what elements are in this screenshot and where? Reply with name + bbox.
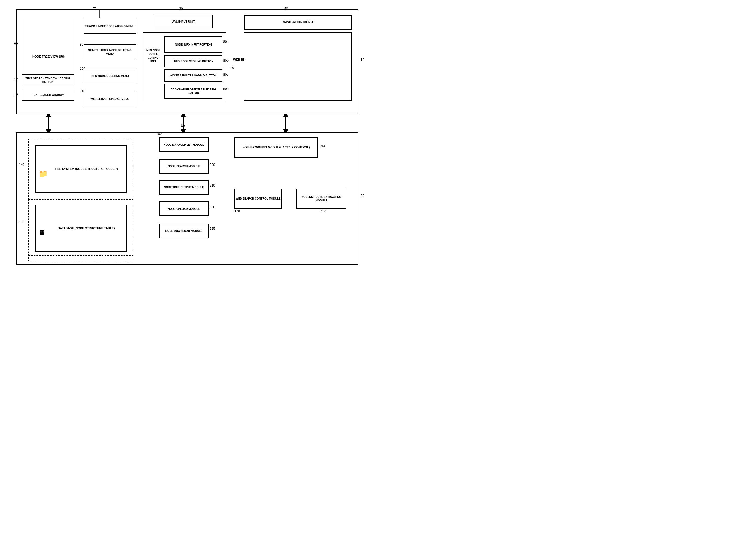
- info-node-config-label: INFO NODE CONFI- GURING UNIT: [145, 49, 161, 64]
- node-search-module: NODE SEARCH MODULE: [159, 159, 209, 174]
- ref-180: 180: [321, 210, 326, 213]
- ref-160: 160: [319, 144, 325, 148]
- ref-120: 120: [14, 77, 19, 81]
- node-tree-output-module: NODE TREE OUTPUT MODULE: [159, 180, 209, 195]
- node-info-input-portion: NODE INFO INPUT PORTION: [164, 36, 222, 53]
- ref-20: 20: [361, 194, 364, 198]
- ref-200: 200: [210, 163, 215, 167]
- text-search-window-loading-button: TEXT SEARCH WINDOW LOADING BUTTON: [22, 74, 74, 86]
- url-input-unit: URL INPUT UNIT: [154, 15, 213, 28]
- database-icon: ▦: [39, 228, 45, 236]
- ref-190: 190: [156, 132, 162, 136]
- database: DATABASE (NODE STRUCTURE TABLE) ▦: [35, 205, 127, 252]
- web-browsing-module: WEB BROWSING MODULE (ACTIVE CONTROL): [234, 137, 318, 158]
- navigation-menu-content: [244, 32, 352, 101]
- ref-90: 90: [80, 43, 83, 46]
- access-route-loading-button: ACCESS ROUTE LOADING BUTTON: [164, 70, 222, 82]
- ref-10: 10: [361, 58, 364, 62]
- search-index-node-adding-menu: SEARCH INDEX NODE ADDING MENU: [84, 19, 136, 34]
- web-server-upload-menu: WEB SERVER UPLOAD MENU: [84, 92, 136, 106]
- ref-210: 210: [210, 184, 215, 188]
- navigation-menu: NAVIGATION MENU: [244, 15, 352, 30]
- ref-80: 80: [181, 124, 185, 128]
- ref-60: 60: [14, 42, 18, 46]
- file-system: FILE SYSTEM (NODE STRUCTURE FOLDER) 📁: [35, 146, 127, 193]
- ref-30: 30: [179, 7, 183, 11]
- ref-170: 170: [234, 210, 240, 213]
- ref-130: 130: [14, 92, 19, 96]
- info-node-deleting-menu: INFO NODE DELETING MENU: [84, 69, 136, 84]
- node-management-module: NODE MANAGEMENT MODULE: [159, 137, 209, 152]
- add-change-option-selecting-button: ADD/CHANGE OPTION SELECTING BUTTON: [164, 84, 222, 99]
- ref-225: 225: [210, 227, 215, 231]
- ref-40: 40: [230, 66, 234, 70]
- ref-140: 140: [19, 163, 24, 167]
- folder-icon: 📁: [39, 169, 48, 179]
- diagram: WEB BROWSER WINDOW (U/I) 10 40 NODE TREE…: [0, 0, 377, 274]
- node-download-module: NODE DOWNLOAD MODULE: [159, 224, 209, 238]
- search-index-node-deleting-menu: SEARCH INDEX NODE DELETING MENU: [84, 44, 136, 59]
- ref-150: 150: [19, 220, 24, 224]
- ref-80c: 80c: [223, 73, 228, 77]
- ref-80a: 80a: [223, 40, 229, 44]
- ref-80d: 80d: [223, 87, 229, 91]
- text-search-window: TEXT SEARCH WINDOW: [22, 89, 74, 101]
- web-search-control-module: WEB SEARCH CONTROL MODULE: [234, 189, 282, 209]
- access-route-extracting-module: ACCESS ROUTE EXTRACTING MODULE: [296, 189, 346, 209]
- ref-50: 50: [284, 7, 288, 11]
- ref-80b: 80b: [223, 59, 229, 63]
- info-node-storing-button: INFO NODE STORING BUTTON: [164, 55, 222, 67]
- node-upload-module: NODE UPLOAD MODULE: [159, 202, 209, 216]
- ref-70: 70: [93, 7, 96, 11]
- ref-220: 220: [210, 205, 215, 209]
